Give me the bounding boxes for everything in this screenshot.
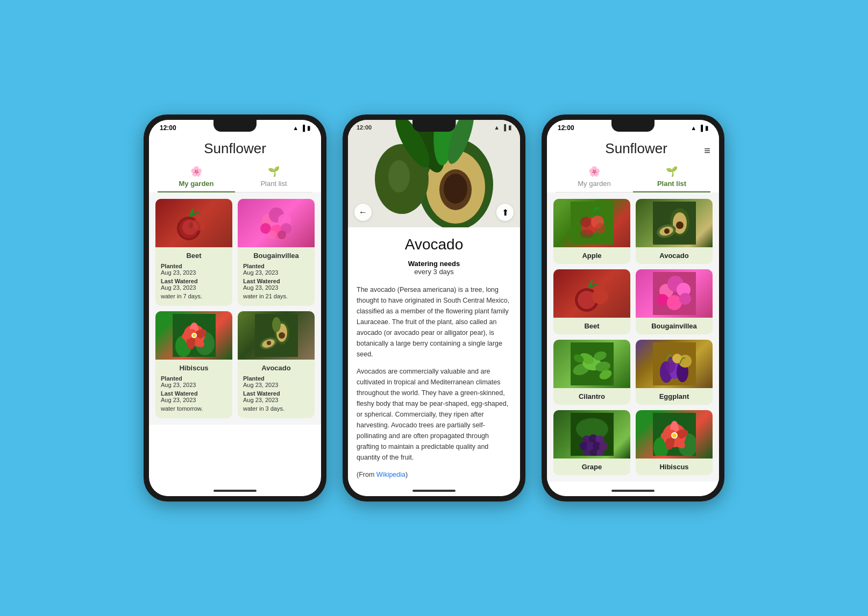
hibiscus-image [155, 311, 232, 360]
signal-icon-3: ▐ [699, 125, 703, 131]
beet-planted-date: Aug 23, 2023 [161, 269, 227, 276]
beet-watered-label: Last Watered [161, 278, 227, 284]
status-icons-3: ▲ ▐ ▮ [691, 125, 708, 132]
plant-card-hibiscus-list[interactable]: Hibiscus [636, 410, 713, 475]
avocado-card-body: Avocado Planted Aug 23, 2023 Last Watere… [238, 360, 315, 418]
boug-watered-label: Last Watered [243, 278, 309, 284]
hibiscus-card-body: Hibiscus Planted Aug 23, 2023 Last Water… [155, 360, 232, 418]
beet-name: Beet [161, 252, 227, 260]
beet-watered-date: Aug 23, 2023 [161, 284, 227, 291]
wiki-link[interactable]: Wikipedia [376, 471, 405, 478]
status-icons-1: ▲ ▐ ▮ [293, 125, 310, 132]
tab-plants-3[interactable]: 🌱 Plant list [633, 161, 710, 192]
notch-3 [611, 120, 654, 132]
cilantro-image [553, 340, 630, 388]
hibiscus-name-list: Hibiscus [636, 459, 713, 475]
tabs-1: 🌸 My garden 🌱 Plant list [158, 161, 312, 192]
hibiscus-planted-date: Aug 23, 2023 [161, 382, 227, 388]
hibiscus-watered-label: Last Watered [161, 390, 227, 397]
svg-point-36 [444, 174, 467, 204]
avocado-watered-date: Aug 23, 2023 [243, 397, 309, 403]
svg-point-53 [676, 221, 684, 229]
avocado-watered-label: Last Watered [243, 390, 309, 397]
wifi-icon-3: ▲ [691, 125, 696, 131]
wiki-citation: (From Wikipedia) [357, 469, 511, 480]
boug-planted-label: Planted [243, 263, 309, 269]
wifi-icon-2: ▲ [494, 124, 500, 131]
detail-content: Avocado Watering needs every 3 days The … [348, 227, 520, 485]
back-button[interactable]: ← [354, 204, 372, 221]
status-time-1: 12:00 [160, 124, 176, 132]
watering-label: Watering needs [357, 260, 511, 268]
svg-point-4 [193, 218, 206, 231]
beet-image [155, 199, 232, 247]
status-time-2: 12:00 [357, 124, 372, 131]
avocado-planted-label: Planted [243, 375, 309, 382]
avocado-water-note: water in 3 days. [243, 405, 309, 412]
home-indicator-1 [149, 485, 321, 496]
watering-value: every 3 days [357, 268, 511, 276]
grape-name: Grape [553, 459, 630, 475]
avocado-image-list [636, 199, 713, 247]
plant-tab-icon-3: 🌱 [666, 166, 678, 177]
description-p2: Avocados are commercially valuable and a… [357, 366, 511, 463]
svg-point-3 [189, 222, 193, 228]
apple-image [553, 199, 630, 247]
avocado-name: Avocado [243, 364, 309, 372]
garden-tab-icon-3: 🌸 [588, 166, 600, 177]
grape-image [553, 410, 630, 459]
bougainvillea-image [238, 199, 315, 247]
app-header-3: Sunflower ≡ 🌸 My garden 🌱 Plant list [547, 134, 719, 192]
home-indicator-2 [348, 485, 520, 496]
watering-section: Watering needs every 3 days [357, 260, 511, 276]
plant-card-grape[interactable]: Grape [553, 410, 630, 475]
avocado-planted-date: Aug 23, 2023 [243, 382, 309, 388]
phones-container: 12:00 ▲ ▐ ▮ Sunflower 🌸 My garden [144, 114, 724, 502]
plant-card-bougainvillea-list[interactable]: Bougainvillea [636, 269, 713, 334]
share-icon[interactable]: ⬆ [496, 204, 514, 221]
svg-point-31 [272, 317, 281, 332]
phone-plantlist: 12:00 ▲ ▐ ▮ Sunflower ≡ 🌸 [542, 114, 724, 502]
bougainvillea-name-list: Bougainvillea [636, 318, 713, 334]
garden-card-beet[interactable]: Beet Planted Aug 23, 2023 Last Watered A… [155, 199, 232, 306]
garden-card-bougainvillea[interactable]: Bougainvillea Planted Aug 23, 2023 Last … [238, 199, 315, 306]
plant-card-apple[interactable]: Apple [553, 199, 630, 264]
tab-garden-1[interactable]: 🌸 My garden [158, 161, 235, 192]
phone3-content: Sunflower ≡ 🌸 My garden 🌱 Plant list [547, 134, 719, 485]
plant-card-cilantro[interactable]: Cilantro [553, 340, 630, 405]
hibiscus-watered-date: Aug 23, 2023 [161, 397, 227, 403]
app-header-1: Sunflower 🌸 My garden 🌱 Plant list [149, 134, 321, 192]
phone1-content: Sunflower 🌸 My garden 🌱 Plant list [149, 134, 321, 485]
garden-card-hibiscus[interactable]: Hibiscus Planted Aug 23, 2023 Last Water… [155, 311, 232, 418]
boug-water-note: water in 21 days. [243, 293, 309, 299]
tab-plants-label-1: Plant list [260, 180, 287, 188]
notch [214, 120, 257, 132]
tab-plants-1[interactable]: 🌱 Plant list [235, 161, 312, 192]
svg-point-48 [580, 230, 593, 238]
menu-icon-3[interactable]: ≡ [704, 145, 710, 157]
share-button[interactable]: ⬆ [496, 204, 514, 221]
beet-name-list: Beet [553, 318, 630, 334]
wifi-icon: ▲ [293, 125, 298, 131]
garden-card-avocado[interactable]: Avocado Planted Aug 23, 2023 Last Watere… [238, 311, 315, 418]
home-bar-2 [412, 490, 456, 492]
svg-point-12 [278, 231, 286, 239]
plant-tab-icon-1: 🌱 [268, 166, 280, 177]
svg-point-56 [664, 228, 670, 234]
beet-image-list [553, 269, 630, 318]
home-bar-1 [214, 490, 257, 492]
svg-point-38 [388, 160, 410, 192]
bougainvillea-name: Bougainvillea [243, 252, 309, 260]
plant-card-beet-list[interactable]: Beet [553, 269, 630, 334]
plant-card-avocado-list[interactable]: Avocado [636, 199, 713, 264]
tab-garden-label-3: My garden [578, 180, 610, 188]
eggplant-image [636, 340, 713, 388]
beet-water-note: water in 7 days. [161, 293, 227, 299]
back-icon[interactable]: ← [354, 204, 372, 221]
screen-garden: 12:00 ▲ ▐ ▮ Sunflower 🌸 My garden [149, 120, 321, 496]
tab-garden-3[interactable]: 🌸 My garden [556, 161, 633, 192]
plant-card-eggplant[interactable]: Eggplant [636, 340, 713, 405]
hibiscus-planted-label: Planted [161, 375, 227, 382]
beet-card-body: Beet Planted Aug 23, 2023 Last Watered A… [155, 247, 232, 306]
svg-point-45 [580, 217, 591, 227]
